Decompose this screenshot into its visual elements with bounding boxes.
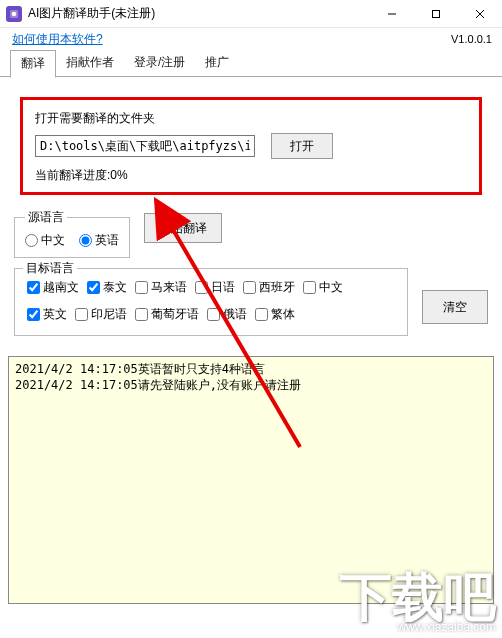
open-folder-button[interactable]: 打开 xyxy=(271,133,333,159)
target-option[interactable]: 泰文 xyxy=(87,279,127,296)
progress-value: 0% xyxy=(110,168,127,182)
target-option[interactable]: 印尼语 xyxy=(75,306,127,323)
folder-group: 打开需要翻译的文件夹 打开 当前翻译进度:0% xyxy=(20,97,482,195)
folder-label: 打开需要翻译的文件夹 xyxy=(35,110,467,127)
app-icon xyxy=(6,6,22,22)
minimize-button[interactable] xyxy=(370,0,414,28)
source-option[interactable]: 中文 xyxy=(25,232,65,249)
target-checkbox[interactable] xyxy=(27,308,40,321)
target-checkbox[interactable] xyxy=(27,281,40,294)
target-option[interactable]: 俄语 xyxy=(207,306,247,323)
tab-3[interactable]: 推广 xyxy=(195,50,239,77)
svg-rect-3 xyxy=(433,10,440,17)
start-translate-button[interactable]: 开始翻译 xyxy=(144,213,222,243)
source-radio[interactable] xyxy=(25,234,38,247)
version-label: V1.0.0.1 xyxy=(451,33,492,45)
target-checkbox[interactable] xyxy=(87,281,100,294)
target-option[interactable]: 葡萄牙语 xyxy=(135,306,199,323)
svg-point-1 xyxy=(12,11,17,16)
target-option[interactable]: 越南文 xyxy=(27,279,79,296)
content-area: 打开需要翻译的文件夹 打开 当前翻译进度:0% 源语言 中文英语 开始翻译 目标… xyxy=(0,77,502,346)
target-checkbox[interactable] xyxy=(75,308,88,321)
target-option[interactable]: 繁体 xyxy=(255,306,295,323)
log-panel[interactable]: 2021/4/2 14:17:05英语暂时只支持4种语言 2021/4/2 14… xyxy=(8,356,494,604)
target-option[interactable]: 西班牙 xyxy=(243,279,295,296)
target-option[interactable]: 马来语 xyxy=(135,279,187,296)
progress-text: 当前翻译进度: xyxy=(35,168,110,182)
target-language-group: 目标语言 越南文泰文马来语日语西班牙中文 英文印尼语葡萄牙语俄语繁体 xyxy=(14,268,408,336)
target-checkbox[interactable] xyxy=(135,281,148,294)
clear-button[interactable]: 清空 xyxy=(422,290,488,324)
maximize-button[interactable] xyxy=(414,0,458,28)
target-checkbox[interactable] xyxy=(207,308,220,321)
window-controls xyxy=(370,0,502,28)
source-radio[interactable] xyxy=(79,234,92,247)
tab-bar: 翻译捐献作者登录/注册推广 xyxy=(0,50,502,77)
source-legend: 源语言 xyxy=(25,209,67,226)
target-checkbox[interactable] xyxy=(255,308,268,321)
target-checkbox[interactable] xyxy=(303,281,316,294)
source-option[interactable]: 英语 xyxy=(79,232,119,249)
folder-path-input[interactable] xyxy=(35,135,255,157)
tab-1[interactable]: 捐献作者 xyxy=(56,50,124,77)
progress-label: 当前翻译进度:0% xyxy=(35,167,467,184)
tab-2[interactable]: 登录/注册 xyxy=(124,50,195,77)
top-strip: 如何使用本软件? V1.0.0.1 xyxy=(0,28,502,50)
close-button[interactable] xyxy=(458,0,502,28)
titlebar: AI图片翻译助手(未注册) xyxy=(0,0,502,28)
window-title: AI图片翻译助手(未注册) xyxy=(28,5,370,22)
target-legend: 目标语言 xyxy=(23,260,77,277)
tab-0[interactable]: 翻译 xyxy=(10,50,56,78)
target-option[interactable]: 英文 xyxy=(27,306,67,323)
target-checkbox[interactable] xyxy=(243,281,256,294)
target-option[interactable]: 中文 xyxy=(303,279,343,296)
target-checkbox[interactable] xyxy=(195,281,208,294)
target-checkbox[interactable] xyxy=(135,308,148,321)
target-option[interactable]: 日语 xyxy=(195,279,235,296)
help-link[interactable]: 如何使用本软件? xyxy=(12,31,103,48)
source-language-group: 源语言 中文英语 xyxy=(14,209,130,258)
watermark-url: www.xiazaiba.com xyxy=(340,620,496,634)
